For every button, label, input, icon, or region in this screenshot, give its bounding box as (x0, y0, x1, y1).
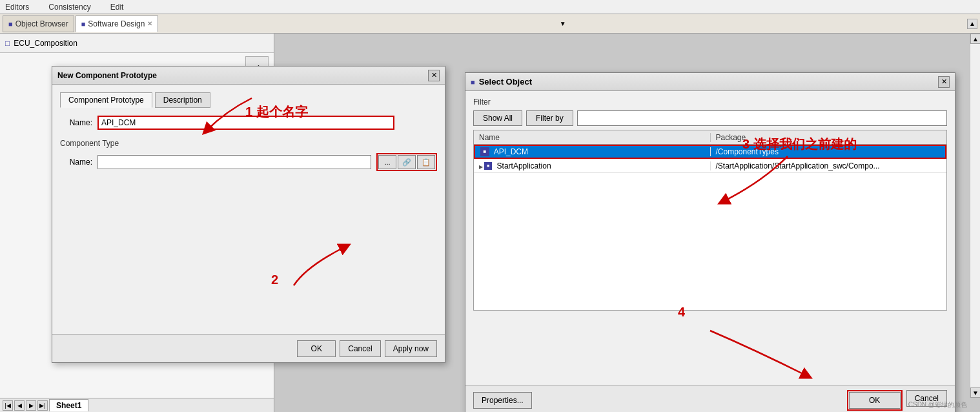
properties-button[interactable]: Properties... (473, 392, 532, 409)
row-1-icon: ■ (484, 162, 492, 170)
main-area: □ ECU_Composition ⇄ ≡— |◀ ◀ ▶ ▶| Sheet1 (0, 34, 980, 412)
expand-icon: ▶ (479, 164, 484, 170)
filter-area: Filter Show All Filter by (465, 91, 955, 130)
copy-icon: 📋 (422, 158, 431, 167)
row-0-icon: ■ (480, 147, 489, 156)
dots-button[interactable]: ... (378, 155, 396, 169)
filter-by-button[interactable]: Filter by (526, 110, 573, 126)
sheet-nav: |◀ ◀ ▶ ▶| (3, 400, 48, 411)
component-type-row: Name: ... 🔗 📋 (60, 153, 437, 171)
row-0-name: ■ API_DCM (475, 147, 711, 157)
tab-label-software-design: Software Design (88, 19, 145, 28)
dialog-so-close-button[interactable]: ✕ (938, 76, 950, 88)
watermark: CSDN @彩绿的颜色 (908, 400, 967, 409)
bottom-sheet-bar: |◀ ◀ ▶ ▶| Sheet1 (0, 398, 274, 412)
sheet-nav-right-end[interactable]: ▶| (37, 400, 48, 411)
table-row[interactable]: ■ API_DCM /ComponentTypes (474, 145, 946, 159)
ok-button-wrapper: OK (847, 390, 903, 411)
dialog-ncp-cancel-button[interactable]: Cancel (340, 340, 380, 357)
table-row[interactable]: ▶ ■ StartApplication /StartApplication/S… (474, 159, 946, 173)
filter-input[interactable] (577, 110, 947, 126)
tab-label-object-browser: Object Browser (15, 19, 68, 28)
row-1-name: ▶ ■ StartApplication (474, 161, 711, 170)
tab-close-software-design[interactable]: ✕ (147, 20, 152, 27)
filter-label: Filter (473, 98, 947, 107)
dialog-new-component-prototype: New Component Prototype ✕ Component Prot… (52, 66, 445, 363)
row-0-package: /ComponentTypes (711, 147, 946, 156)
component-type-section: Component Type Name: ... 🔗 📋 (60, 139, 437, 171)
breadcrumb-bar: □ ECU_Composition (0, 34, 274, 53)
copy-button[interactable]: 📋 (417, 155, 435, 169)
table-header: Name Package (474, 130, 946, 145)
dialog-select-object: ■ Select Object ✕ Filter Show All Filter… (465, 72, 955, 412)
scrollbar-up-arrow[interactable]: ▲ (967, 19, 977, 29)
component-type-title: Component Type (60, 139, 437, 148)
dialog-ncp-ok-button[interactable]: OK (297, 340, 336, 357)
sheet-nav-right[interactable]: ▶ (26, 400, 36, 411)
dialog-so-icon: ■ (471, 78, 475, 86)
tab-dropdown-button[interactable]: ▼ (557, 19, 569, 28)
dialog-so-title-text: Select Object (479, 77, 532, 87)
dialog-ncp-close-button[interactable]: ✕ (428, 70, 440, 81)
dialog-ncp-apply-button[interactable]: Apply now (385, 340, 437, 357)
col-package: Package (711, 133, 947, 142)
breadcrumb-icon: □ (5, 39, 10, 48)
scroll-up-btn[interactable]: ▲ (970, 34, 980, 44)
dialog-ncp-content: Component Prototype Description Name: Co… (52, 85, 445, 189)
tab-description[interactable]: Description (155, 92, 210, 108)
sheet-nav-left[interactable]: ◀ (14, 400, 25, 411)
link-icon: 🔗 (402, 158, 411, 167)
right-scrollbar: ▲ ▼ (970, 34, 980, 398)
name-input-wrapper (97, 116, 394, 130)
sheet-nav-left-end[interactable]: |◀ (3, 400, 13, 411)
menu-edit[interactable]: Edit (110, 3, 124, 12)
breadcrumb-text: ECU_Composition (14, 39, 77, 48)
menu-editors[interactable]: Editors (5, 3, 29, 12)
tab-component-prototype[interactable]: Component Prototype (60, 92, 152, 108)
name-label: Name: (60, 118, 92, 127)
show-all-button[interactable]: Show All (473, 110, 522, 126)
tab-icon-software-design: ■ (81, 20, 86, 28)
name-input[interactable] (97, 116, 394, 130)
scroll-down-btn[interactable]: ▼ (970, 387, 980, 398)
row-1-package: /StartApplication/StartApplication_swc/C… (711, 161, 947, 170)
menu-bar: Editors Consistency Edit (0, 0, 980, 14)
dialog-ncp-tabs: Component Prototype Description (60, 92, 437, 108)
menu-consistency[interactable]: Consistency (48, 3, 90, 12)
dialog-ncp-title-text: New Component Prototype (57, 71, 157, 80)
component-type-buttons-group: ... 🔗 📋 (376, 153, 437, 171)
name-field-row: Name: (60, 116, 437, 130)
component-type-name-label: Name: (60, 158, 92, 167)
dialog-ncp-footer: OK Cancel Apply now (52, 334, 445, 362)
col-name: Name (474, 133, 711, 142)
dialog-so-ok-button[interactable]: OK (849, 392, 901, 409)
link-button[interactable]: 🔗 (398, 155, 416, 169)
dialog-so-footer: Properties... OK Cancel (465, 386, 955, 412)
tab-software-design[interactable]: ■ Software Design ✕ (76, 15, 159, 32)
filter-row: Show All Filter by (473, 110, 947, 126)
tab-object-browser[interactable]: ■ Object Browser (3, 15, 74, 32)
table-body: ■ API_DCM /ComponentTypes ▶ ■ StartAppli… (474, 145, 946, 173)
tab-bar: ■ Object Browser ■ Software Design ✕ ▼ ▲ (0, 14, 980, 34)
component-type-input[interactable] (97, 155, 371, 169)
dialog-ncp-titlebar: New Component Prototype ✕ (52, 67, 445, 85)
tab-icon-object-browser: ■ (8, 20, 13, 28)
sheet-tab-sheet1[interactable]: Sheet1 (49, 399, 88, 411)
object-table: Name Package ■ API_DCM /ComponentTypes ▶ (473, 130, 947, 311)
dialog-so-titlebar: ■ Select Object ✕ (465, 73, 955, 91)
